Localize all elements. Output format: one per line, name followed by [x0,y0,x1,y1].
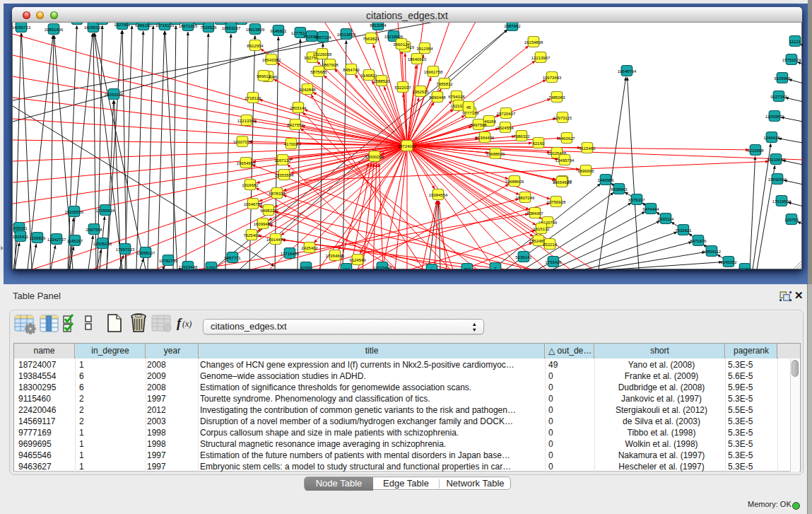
svg-text:1145197: 1145197 [67,239,84,243]
svg-text:8990448: 8990448 [429,95,446,100]
svg-text:12923448: 12923448 [179,265,198,269]
svg-text:9146821: 9146821 [270,29,287,33]
svg-text:10958107: 10958107 [136,251,155,255]
svg-text:3624554: 3624554 [497,126,514,130]
svg-text:(x): (x) [182,319,192,329]
svg-text:16154808: 16154808 [524,40,543,45]
svg-text:126753: 126753 [784,218,799,222]
svg-text:3660124: 3660124 [393,42,410,47]
svg-text:17016504: 17016504 [772,199,792,204]
svg-text:9227343: 9227343 [770,95,787,99]
svg-text:9245052: 9245052 [720,260,737,264]
svg-text:9146821: 9146821 [360,74,377,78]
svg-text:12213967: 12213967 [531,56,551,60]
svg-text:1588520: 1588520 [373,79,390,83]
svg-text:1156819: 1156819 [30,236,47,240]
svg-text:3915411: 3915411 [13,235,29,239]
svg-text:f: f [177,315,182,330]
svg-text:18640910: 18640910 [408,57,427,62]
svg-text:8454749: 8454749 [343,68,360,72]
svg-text:17359934: 17359934 [96,209,115,213]
svg-text:17957223: 17957223 [116,247,135,252]
svg-text:10046788: 10046788 [244,202,263,206]
svg-text:10688609: 10688609 [505,180,524,184]
svg-text:417006: 417006 [284,142,299,146]
svg-text:9457771: 9457771 [224,256,241,260]
svg-text:989612: 989612 [257,74,271,78]
svg-text:9498222: 9498222 [260,209,277,213]
svg-text:7515526: 7515526 [200,25,217,30]
svg-text:19654923: 19654923 [553,180,572,185]
svg-text:6579197: 6579197 [628,198,645,202]
svg-text:8938943: 8938943 [611,187,628,192]
svg-text:2687662: 2687662 [504,24,521,28]
svg-text:7857224: 7857224 [314,35,331,40]
svg-text:19218906: 19218906 [384,35,404,39]
svg-text:12505135: 12505135 [93,242,112,246]
svg-text:10688609: 10688609 [486,152,505,156]
svg-text:14055713: 14055713 [13,25,31,30]
svg-text:12342737: 12342737 [47,238,66,242]
svg-text:9129966: 9129966 [774,76,791,81]
svg-text:13495794: 13495794 [555,158,575,163]
svg-text:16099489: 16099489 [254,222,273,226]
svg-text:3912954: 3912954 [416,47,433,51]
svg-text:45: 45 [466,105,471,110]
svg-text:1244415: 1244415 [763,136,780,140]
svg-text:3267130: 3267130 [274,158,291,163]
svg-text:8813054: 8813054 [370,23,387,28]
svg-text:7663822: 7663822 [363,37,379,41]
svg-text:19384554: 19384554 [429,193,448,197]
svg-text:9124549: 9124549 [349,258,366,262]
svg-text:8215958: 8215958 [747,148,764,153]
svg-text:18724007: 18724007 [398,144,417,148]
svg-text:10782759: 10782759 [159,259,178,263]
svg-text:16914479: 16914479 [266,238,286,242]
svg-text:16543382: 16543382 [262,58,281,62]
svg-text:9084067: 9084067 [526,211,543,216]
svg-text:7632621: 7632621 [675,228,692,233]
svg-text:13353594: 13353594 [275,173,294,177]
svg-text:9242848: 9242848 [299,88,316,92]
svg-text:8471676: 8471676 [690,239,707,243]
svg-text:10973493: 10973493 [543,76,562,80]
svg-text:5136141: 5136141 [515,255,532,259]
svg-text:2867608: 2867608 [322,63,339,67]
svg-text:21364436: 21364436 [476,136,495,140]
svg-text:62160: 62160 [533,141,545,146]
svg-text:8427552: 8427552 [287,123,304,127]
svg-text:12973115: 12973115 [553,116,572,120]
svg-text:252214: 252214 [543,243,558,247]
svg-text:6794028: 6794028 [448,95,465,99]
svg-text:10648764: 10648764 [618,69,637,74]
svg-text:18913809: 18913809 [246,28,265,32]
svg-text:18300295: 18300295 [365,155,384,159]
svg-text:15720407: 15720407 [497,112,516,116]
svg-text:13716485: 13716485 [281,252,300,256]
svg-text:15226058: 15226058 [313,52,332,57]
svg-text:16055327: 16055327 [84,25,103,30]
svg-text:12093872: 12093872 [765,115,784,119]
svg-text:104: 104 [343,267,351,270]
svg-text:5322037: 5322037 [394,86,411,90]
svg-text:1292: 1292 [206,266,216,270]
svg-text:2425402: 2425402 [301,246,318,250]
svg-text:1615132: 1615132 [533,227,550,231]
svg-text:7625402: 7625402 [243,233,260,238]
svg-text:1362615: 1362615 [412,90,429,94]
svg-text:18807249: 18807249 [516,196,535,200]
svg-text:9115460: 9115460 [579,146,596,151]
svg-text:20206556: 20206556 [65,210,84,214]
svg-text:7955812: 7955812 [436,82,453,86]
svg-text:16013809: 16013809 [337,33,356,37]
svg-text:2803144: 2803144 [290,106,307,110]
svg-text:1935001: 1935001 [13,226,28,230]
svg-text:7986322: 7986322 [513,134,530,139]
svg-text:12023448: 12023448 [373,266,392,270]
svg-text:11121: 11121 [789,40,801,44]
svg-text:15751074: 15751074 [782,58,801,62]
svg-text:12213369: 12213369 [237,119,257,123]
svg-text:10210643: 10210643 [767,158,786,162]
svg-text:10854112: 10854112 [702,250,722,254]
svg-text:1916682: 1916682 [242,183,259,187]
